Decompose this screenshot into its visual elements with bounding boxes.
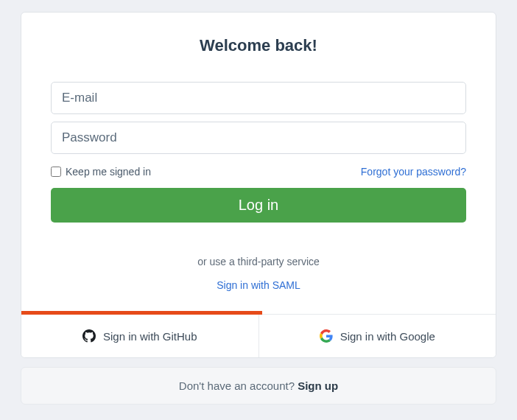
github-icon bbox=[82, 329, 96, 343]
email-field[interactable] bbox=[51, 82, 466, 114]
signup-prompt: Don't have an account? bbox=[179, 379, 298, 392]
third-party-separator: or use a third-party service bbox=[51, 255, 466, 268]
google-signin-button[interactable]: Sign in with Google bbox=[258, 315, 496, 357]
saml-link[interactable]: Sign in with SAML bbox=[217, 279, 300, 291]
login-card-body: Welcome back! Keep me signed in Forgot y… bbox=[21, 13, 496, 314]
github-signin-button[interactable]: Sign in with GitHub bbox=[21, 315, 258, 357]
login-card: Welcome back! Keep me signed in Forgot y… bbox=[21, 12, 496, 358]
password-field[interactable] bbox=[51, 122, 466, 154]
oauth-row: Sign in with GitHub Sign in with Google bbox=[21, 314, 496, 357]
keep-signed-in[interactable]: Keep me signed in bbox=[51, 166, 151, 178]
google-button-label: Sign in with Google bbox=[340, 330, 435, 343]
third-party-text: or use a third-party service bbox=[197, 256, 320, 267]
google-icon bbox=[320, 329, 333, 343]
keep-signed-in-label: Keep me signed in bbox=[66, 166, 151, 178]
page-title: Welcome back! bbox=[51, 36, 466, 55]
options-row: Keep me signed in Forgot your password? bbox=[51, 166, 466, 178]
github-button-label: Sign in with GitHub bbox=[103, 330, 197, 343]
signup-link[interactable]: Sign up bbox=[298, 379, 338, 392]
keep-signed-in-checkbox[interactable] bbox=[51, 167, 61, 177]
forgot-password-link[interactable]: Forgot your password? bbox=[361, 166, 466, 178]
signup-card[interactable]: Don't have an account? Sign up bbox=[21, 367, 496, 405]
login-button[interactable]: Log in bbox=[51, 188, 466, 223]
